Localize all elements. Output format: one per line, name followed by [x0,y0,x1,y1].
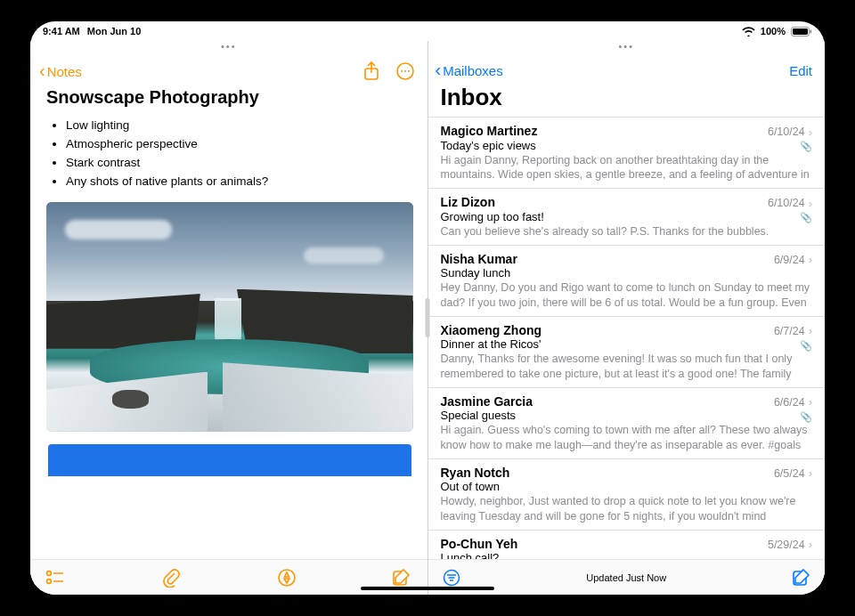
edit-button[interactable]: Edit [789,63,812,78]
svg-rect-2 [810,29,812,33]
mail-meta: 6/7/24› [774,324,812,337]
mail-sender: Jasmine Garcia [441,394,533,409]
mail-status-text: Updated Just Now [462,572,792,583]
mail-preview: Danny, Thanks for the awesome evening! I… [441,352,813,381]
note-bullet: Stark contrast [66,154,413,173]
ipad-device-frame: 9:41 AM Mon Jun 10 100% ••• [0,0,855,616]
mail-subject: Dinner at the Ricos' [441,337,813,351]
paperclip-icon: 📎 [800,411,812,423]
chevron-right-icon: › [809,395,812,409]
mail-preview: Hi again Danny, Reporting back on anothe… [441,153,813,182]
mail-sender: Ryan Notch [441,466,510,480]
mail-preview: Hey Danny, Do you and Rigo want to come … [441,280,813,310]
chevron-right-icon: › [809,253,812,266]
paperclip-icon: 📎 [800,340,812,352]
checklist-icon[interactable] [45,567,66,588]
svg-point-5 [401,70,403,72]
mail-item[interactable]: Po-Chun Yeh5/29/24›Lunch call? [428,531,826,559]
mail-meta: 6/5/24› [774,466,812,480]
wifi-icon [742,27,755,36]
notes-back-label: Notes [47,64,82,79]
status-date: Mon Jun 10 [87,26,142,36]
mail-subject: Special guests [441,409,813,422]
notes-back-button[interactable]: ‹ Notes [39,64,82,79]
svg-point-8 [47,571,52,575]
chevron-left-icon: ‹ [39,64,45,77]
mail-subject: Lunch call? [441,551,813,559]
mail-sender: Liz Dizon [441,195,495,209]
mail-meta: 6/10/24› [768,126,812,139]
mail-subject: Sunday lunch [441,266,813,280]
mail-item[interactable]: Magico Martinez6/10/24›Today's epic view… [428,117,826,189]
mail-date: 5/29/24 [768,539,805,551]
status-time: 9:41 AM [43,26,80,36]
mail-sender: Po-Chun Yeh [441,537,518,551]
multitask-handle-right[interactable]: ••• [428,41,826,55]
svg-point-10 [47,579,52,583]
svg-rect-1 [793,28,808,35]
chevron-right-icon: › [809,126,812,139]
filter-icon[interactable] [441,567,462,588]
mail-sender: Nisha Kumar [441,252,517,266]
mail-meta: 6/6/24› [774,395,812,409]
svg-point-7 [408,70,410,72]
mail-item[interactable]: Ryan Notch6/5/24›Out of townHowdy, neigh… [428,459,826,531]
note-attached-photo[interactable] [46,202,413,432]
mail-item[interactable]: Jasmine Garcia6/6/24›Special guestsHi ag… [428,388,826,459]
mail-sender: Magico Martinez [441,124,538,138]
mail-meta: 6/9/24› [774,253,812,266]
more-icon[interactable] [395,61,415,81]
share-icon[interactable] [362,61,381,81]
note-bullet-list: Low lighting Atmospheric perspective Sta… [46,117,413,191]
chevron-left-icon: ‹ [436,63,442,76]
mail-date: 6/10/24 [768,197,805,209]
mail-subject: Growing up too fast! [441,210,813,223]
mail-date: 6/10/24 [768,126,805,138]
mail-date: 6/6/24 [774,396,805,409]
markup-icon[interactable] [276,567,297,588]
note-blue-block [48,444,411,476]
chevron-right-icon: › [809,197,812,210]
mail-item[interactable]: Nisha Kumar6/9/24›Sunday lunchHey Danny,… [428,246,826,317]
note-body[interactable]: Snowscape Photography Low lighting Atmos… [30,85,428,559]
screen: 9:41 AM Mon Jun 10 100% ••• [30,21,825,595]
paperclip-icon: 📎 [800,141,812,152]
inbox-title: Inbox [428,82,826,117]
note-bullet: Any shots of native plants or animals? [66,173,413,191]
mail-date: 6/7/24 [774,325,805,337]
mail-preview: Howdy, neighbor, Just wanted to drop a q… [441,494,813,523]
mail-preview: Can you believe she's already so tall? P… [441,224,813,239]
mail-subject: Out of town [441,480,813,493]
notes-navbar: ‹ Notes [30,55,428,85]
mailboxes-back-button[interactable]: ‹ Mailboxes [436,63,503,78]
chevron-right-icon: › [809,538,812,551]
split-view: ••• ‹ Notes [30,41,825,595]
mail-item[interactable]: Liz Dizon6/10/24›Growing up too fast!Can… [428,189,826,246]
battery-icon [791,27,812,36]
svg-point-6 [404,70,406,72]
mailboxes-back-label: Mailboxes [443,63,503,78]
mail-meta: 6/10/24› [768,197,812,210]
mail-meta: 5/29/24› [768,538,812,551]
notes-pane: ••• ‹ Notes [30,41,428,595]
mail-preview: Hi again. Guess who's coming to town wit… [441,423,813,452]
mail-item[interactable]: Xiaomeng Zhong6/7/24›Dinner at the Ricos… [428,317,826,388]
ellipsis-icon: ••• [221,43,237,55]
mail-date: 6/5/24 [774,467,805,480]
split-divider-handle[interactable] [426,298,430,337]
mail-list[interactable]: Magico Martinez6/10/24›Today's epic view… [428,117,826,559]
compose-icon[interactable] [391,567,412,588]
note-bullet: Low lighting [66,117,413,135]
multitask-handle-left[interactable]: ••• [30,41,428,55]
compose-mail-icon[interactable] [791,567,812,588]
note-title: Snowscape Photography [46,87,413,108]
chevron-right-icon: › [809,466,812,480]
paperclip-icon: 📎 [800,212,812,223]
status-bar: 9:41 AM Mon Jun 10 100% [30,21,825,41]
home-indicator[interactable] [361,587,494,590]
note-bullet: Atmospheric perspective [66,135,413,154]
ellipsis-icon: ••• [618,43,634,55]
battery-percent: 100% [761,26,786,36]
mail-navbar: ‹ Mailboxes Edit [428,55,826,82]
attachment-icon[interactable] [160,567,182,588]
